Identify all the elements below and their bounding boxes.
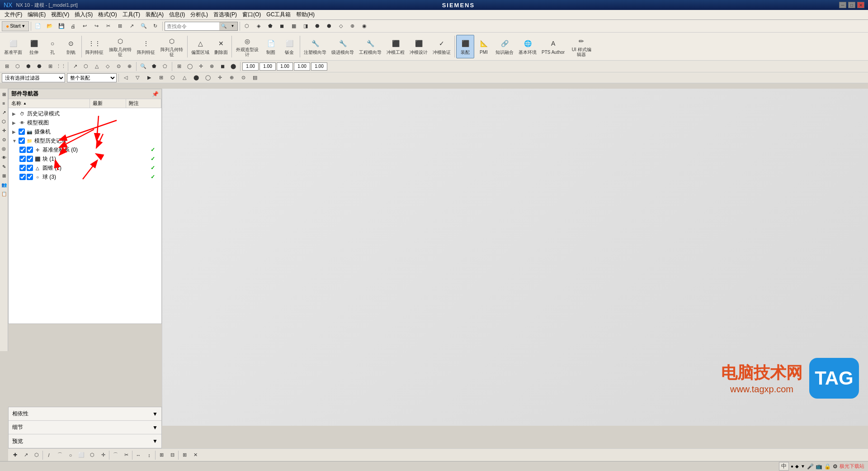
- t3-icon8[interactable]: ⬡: [81, 62, 91, 71]
- col-newest[interactable]: 最新: [90, 99, 126, 108]
- knowledge-fusion-button[interactable]: 🔗 知识融合: [493, 35, 516, 58]
- status-settings-icon[interactable]: ⚙: [833, 463, 838, 470]
- col-note[interactable]: 附注: [126, 99, 161, 108]
- bt-fillet-icon[interactable]: ⌒: [110, 450, 120, 460]
- rotate-button[interactable]: ↻: [151, 21, 160, 31]
- mold-wizard-button[interactable]: 🔧 注塑模向导: [302, 35, 329, 58]
- search-submit-button[interactable]: 🔍: [219, 22, 228, 30]
- bt-move2-icon[interactable]: ⊞: [179, 450, 189, 460]
- tb-icon1[interactable]: ⬡: [242, 21, 252, 31]
- bt-select-icon[interactable]: ↗: [21, 450, 31, 460]
- t3-icon3[interactable]: ⬢: [24, 62, 33, 71]
- menu-item-view[interactable]: 视图(V): [48, 10, 72, 19]
- tb-icon4[interactable]: ◼: [277, 21, 287, 31]
- f-icon2[interactable]: ▽: [132, 73, 142, 83]
- extrude-button[interactable]: ⬛ 拉伸: [25, 35, 43, 58]
- basic-env-button[interactable]: 🌐 基本环境: [516, 35, 539, 58]
- command-search-box[interactable]: 🔍 ▼: [165, 22, 238, 31]
- check-block[interactable]: [19, 156, 26, 162]
- tb-icon9[interactable]: ◇: [336, 21, 346, 31]
- value-input1[interactable]: [242, 62, 259, 71]
- die-validate-button[interactable]: ✓ 冲模验证: [430, 35, 453, 58]
- bt-close-icon[interactable]: ✕: [190, 450, 200, 460]
- sidebar-btn3[interactable]: ↗: [0, 109, 8, 116]
- t3-icon15[interactable]: ⬠: [160, 62, 170, 71]
- check-block2[interactable]: [27, 156, 33, 162]
- f-icon7[interactable]: ⬤: [191, 73, 201, 83]
- value-input3[interactable]: [277, 62, 293, 71]
- check-sphere[interactable]: [19, 174, 26, 180]
- sidebar-btn8[interactable]: 👁: [0, 154, 8, 161]
- pattern-feature-button[interactable]: ⋮⋮ 阵列特征: [83, 35, 106, 58]
- sidebar-btn12[interactable]: 📋: [0, 190, 8, 197]
- f-icon10[interactable]: ⊕: [226, 73, 236, 83]
- t3-icon16[interactable]: ⊞: [174, 62, 184, 71]
- tree-item-model-history[interactable]: ▼ 📁 模型历史记录: [9, 136, 161, 145]
- sidebar-btn10[interactable]: ⊞: [0, 172, 8, 179]
- value-input5[interactable]: [311, 62, 327, 71]
- drafting-button[interactable]: 📄 制图: [262, 35, 280, 58]
- t3-icon20[interactable]: ◼: [217, 62, 227, 71]
- menu-item-gc[interactable]: GC工具箱: [264, 10, 293, 19]
- check-model-history[interactable]: [19, 138, 25, 144]
- bt-align-icon[interactable]: ⊟: [167, 450, 177, 460]
- expand-history[interactable]: ▶: [12, 111, 19, 116]
- open-button[interactable]: 📂: [45, 21, 55, 31]
- check-cone[interactable]: [19, 165, 26, 171]
- tb-icon3[interactable]: ⬟: [265, 21, 275, 31]
- sidebar-btn4[interactable]: ⬡: [0, 118, 8, 125]
- sidebar-btn5[interactable]: ✛: [0, 127, 8, 134]
- redo-button[interactable]: ↪: [92, 21, 102, 31]
- bt-circle-icon[interactable]: ○: [66, 450, 75, 460]
- pmi-button[interactable]: 📐 PMI: [475, 35, 493, 58]
- menu-item-help[interactable]: 帮助(H): [293, 10, 317, 19]
- expand-model-view[interactable]: ▶: [12, 120, 19, 125]
- f-icon11[interactable]: ⊙: [238, 73, 248, 83]
- save-button[interactable]: 💾: [57, 21, 66, 31]
- f-icon3[interactable]: ▶: [144, 73, 154, 83]
- shape-design-button[interactable]: ◎ 外观造型设计: [233, 35, 261, 58]
- tb-icon10[interactable]: ⊕: [348, 21, 358, 31]
- menu-item-assembly[interactable]: 装配(A): [143, 10, 166, 19]
- bt-polyline-icon[interactable]: ⬡: [87, 450, 97, 460]
- menu-item-insert[interactable]: 插入(S): [72, 10, 95, 19]
- base-plane-button[interactable]: ⬜ 基准平面: [2, 35, 24, 58]
- menu-item-tools[interactable]: 工具(T): [120, 10, 143, 19]
- pocket-button[interactable]: ⊙ 剖铣: [62, 35, 80, 58]
- t3-icon18[interactable]: ✛: [196, 62, 206, 71]
- menu-item-info[interactable]: 信息(I): [166, 10, 188, 19]
- sidebar-btn6[interactable]: ⊙: [0, 136, 8, 143]
- pts-author-button[interactable]: A PTS Author: [539, 35, 567, 58]
- f-icon1[interactable]: ◁: [121, 73, 131, 83]
- delete-face-button[interactable]: ✕ 删除面: [212, 35, 230, 58]
- t3-icon1[interactable]: ⊞: [2, 62, 12, 71]
- bt-rect-icon[interactable]: ⬜: [76, 450, 86, 460]
- close-button[interactable]: ✕: [857, 2, 864, 8]
- t3-icon6[interactable]: ⋮⋮: [56, 62, 66, 71]
- menu-item-window[interactable]: 窗口(O): [240, 10, 264, 19]
- preview-panel-header[interactable]: 预览 ▼: [9, 434, 161, 448]
- assembly-filter-select[interactable]: 整个装配: [67, 73, 117, 82]
- tb-icon11[interactable]: ◉: [359, 21, 369, 31]
- bt-add-icon[interactable]: ✚: [10, 450, 20, 460]
- f-icon4[interactable]: ⊞: [156, 73, 166, 83]
- tree-item-history-mode[interactable]: ▶ ⏱ 历史记录模式: [9, 109, 161, 118]
- sidebar-btn11[interactable]: 👥: [0, 181, 8, 188]
- t3-icon13[interactable]: 🔍: [138, 62, 148, 71]
- pattern-feature2-button[interactable]: ⋮ 阵列特征: [135, 35, 157, 58]
- eng-die-button[interactable]: 🔧 工程模向导: [357, 35, 384, 58]
- extract-geo-button[interactable]: ⬡ 抽取几何特征: [106, 35, 134, 58]
- assembly-button[interactable]: ⬛ 装配: [456, 35, 474, 58]
- expand-camera[interactable]: ▶: [12, 129, 19, 134]
- t3-icon17[interactable]: ◯: [185, 62, 195, 71]
- status-monitor-icon[interactable]: 📺: [816, 463, 822, 470]
- tb-icon5[interactable]: ▦: [289, 21, 299, 31]
- undo-button[interactable]: ↩: [80, 21, 90, 31]
- command-search-input[interactable]: [165, 22, 219, 30]
- menu-item-edit[interactable]: 编辑(E): [25, 10, 48, 19]
- die-eng-button[interactable]: ⬛ 冲模工程: [384, 35, 407, 58]
- offset-region-button[interactable]: △ 偏置区域: [189, 35, 212, 58]
- bt-line-icon[interactable]: /: [44, 450, 54, 460]
- start-button[interactable]: ● Start ▾: [2, 21, 29, 31]
- bt-constraint-icon[interactable]: ⊞: [156, 450, 166, 460]
